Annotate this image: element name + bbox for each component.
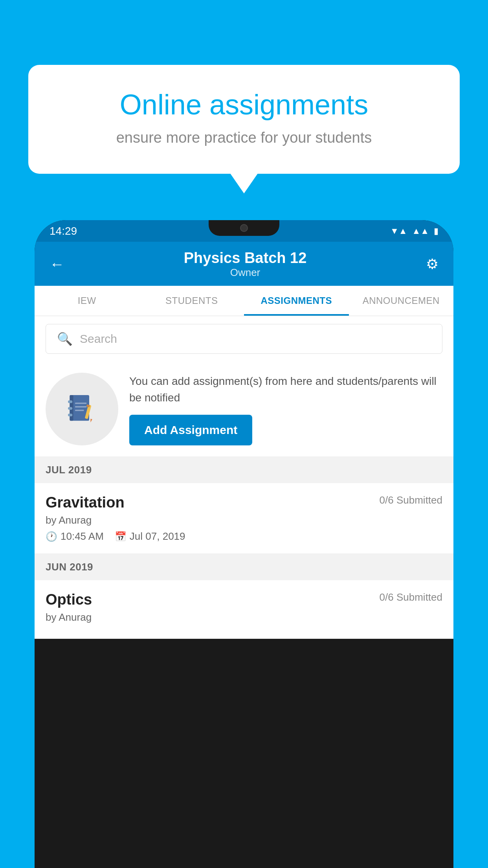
assignment-author-optics: by Anurag [46, 611, 442, 623]
tab-iew[interactable]: IEW [35, 286, 139, 316]
assignment-submitted: 0/6 Submitted [380, 494, 442, 506]
tab-students[interactable]: STUDENTS [139, 286, 244, 316]
search-bar[interactable]: 🔍 Search [46, 324, 442, 354]
back-button[interactable]: ← [50, 256, 64, 273]
search-placeholder: Search [80, 332, 117, 346]
phone-frame: 14:29 ▼▲ ▲▲ ▮ ← Physics Batch 12 Owner ⚙… [35, 220, 453, 868]
assignment-date-value: Jul 07, 2019 [130, 530, 185, 542]
assignment-name-optics: Optics [46, 591, 92, 608]
assignment-name: Gravitation [46, 494, 125, 511]
search-container: 🔍 Search [35, 316, 453, 362]
phone-notch [209, 220, 279, 236]
svg-rect-7 [75, 410, 84, 411]
promo-subtitle: ensure more practice for your students [56, 129, 432, 146]
status-icons: ▼▲ ▲▲ ▮ [390, 226, 438, 236]
section-header-jun: JUN 2019 [35, 554, 453, 580]
svg-rect-2 [68, 400, 72, 403]
assignment-time: 🕐 10:45 AM [46, 530, 104, 542]
assignment-item-optics[interactable]: Optics 0/6 Submitted by Anurag [35, 580, 453, 639]
svg-rect-6 [75, 406, 86, 407]
assignment-author: by Anurag [46, 514, 442, 526]
assignment-row-top-optics: Optics 0/6 Submitted [46, 591, 442, 608]
promo-icon-circle [46, 373, 118, 445]
assignment-meta: 🕐 10:45 AM 📅 Jul 07, 2019 [46, 530, 442, 542]
promo-title: Online assignments [56, 88, 432, 121]
signal-icon: ▲▲ [412, 226, 429, 236]
tab-announcements[interactable]: ANNOUNCEMEN [349, 286, 454, 316]
promo-card: Online assignments ensure more practice … [28, 65, 460, 174]
settings-button[interactable]: ⚙ [426, 256, 438, 272]
header-subtitle: Owner [184, 267, 307, 279]
notebook-icon [64, 392, 100, 427]
add-assignment-button[interactable]: Add Assignment [129, 415, 252, 445]
screen-content: 🔍 Search [35, 316, 453, 639]
promo-description: You can add assignment(s) from here and … [129, 373, 442, 406]
status-time: 14:29 [50, 225, 77, 237]
assignment-promo-section: You can add assignment(s) from here and … [35, 362, 453, 457]
assignment-row-top: Gravitation 0/6 Submitted [46, 494, 442, 511]
tab-bar: IEW STUDENTS ASSIGNMENTS ANNOUNCEMEN [35, 286, 453, 316]
assignment-submitted-optics: 0/6 Submitted [380, 591, 442, 603]
section-header-jul: JUL 2019 [35, 457, 453, 483]
wifi-icon: ▼▲ [390, 226, 407, 236]
assignment-item-gravitation[interactable]: Gravitation 0/6 Submitted by Anurag 🕐 10… [35, 483, 453, 554]
battery-icon: ▮ [434, 226, 438, 236]
phone-camera [240, 224, 248, 232]
clock-icon: 🕐 [46, 531, 57, 542]
svg-rect-3 [68, 407, 72, 410]
app-header: ← Physics Batch 12 Owner ⚙ [35, 242, 453, 286]
header-title: Physics Batch 12 [184, 250, 307, 267]
svg-rect-5 [75, 403, 86, 404]
tab-assignments[interactable]: ASSIGNMENTS [244, 286, 349, 316]
assignment-date: 📅 Jul 07, 2019 [115, 530, 185, 542]
promo-text-block: You can add assignment(s) from here and … [129, 373, 442, 445]
svg-marker-9 [90, 419, 92, 423]
assignment-time-value: 10:45 AM [61, 530, 104, 542]
search-icon: 🔍 [57, 331, 73, 346]
header-title-block: Physics Batch 12 Owner [184, 250, 307, 279]
svg-rect-4 [68, 414, 72, 416]
calendar-icon: 📅 [115, 531, 127, 542]
